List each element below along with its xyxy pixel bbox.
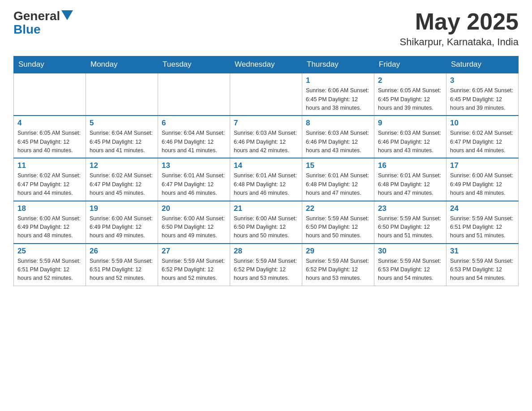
calendar-day-cell: 28Sunrise: 5:59 AM Sunset: 6:52 PM Dayli…: [230, 244, 302, 286]
day-number: 21: [234, 204, 298, 213]
calendar-day-cell: 16Sunrise: 6:01 AM Sunset: 6:48 PM Dayli…: [374, 158, 446, 201]
day-info: Sunrise: 5:59 AM Sunset: 6:50 PM Dayligh…: [378, 214, 442, 240]
calendar-col-header: Friday: [374, 56, 446, 73]
day-number: 8: [306, 119, 370, 128]
calendar-day-cell: 29Sunrise: 5:59 AM Sunset: 6:52 PM Dayli…: [302, 244, 374, 286]
calendar-day-cell: 22Sunrise: 5:59 AM Sunset: 6:50 PM Dayli…: [302, 201, 374, 244]
day-info: Sunrise: 5:59 AM Sunset: 6:51 PM Dayligh…: [450, 214, 515, 240]
day-number: 10: [450, 119, 515, 128]
day-info: Sunrise: 6:06 AM Sunset: 6:45 PM Dayligh…: [306, 86, 370, 112]
calendar-col-header: Wednesday: [230, 56, 302, 73]
day-number: 5: [90, 119, 154, 128]
calendar-day-cell: 2Sunrise: 6:05 AM Sunset: 6:45 PM Daylig…: [374, 73, 446, 116]
day-number: 14: [234, 161, 298, 170]
day-info: Sunrise: 5:59 AM Sunset: 6:51 PM Dayligh…: [90, 257, 154, 283]
day-info: Sunrise: 6:02 AM Sunset: 6:47 PM Dayligh…: [90, 171, 154, 197]
day-info: Sunrise: 5:59 AM Sunset: 6:52 PM Dayligh…: [162, 257, 226, 283]
day-info: Sunrise: 6:00 AM Sunset: 6:50 PM Dayligh…: [162, 214, 226, 240]
calendar-day-cell: 23Sunrise: 5:59 AM Sunset: 6:50 PM Dayli…: [374, 201, 446, 244]
calendar-day-cell: 7Sunrise: 6:03 AM Sunset: 6:46 PM Daylig…: [230, 116, 302, 158]
day-info: Sunrise: 6:02 AM Sunset: 6:47 PM Dayligh…: [17, 171, 82, 197]
calendar-day-cell: 4Sunrise: 6:05 AM Sunset: 6:45 PM Daylig…: [14, 116, 86, 158]
day-info: Sunrise: 6:01 AM Sunset: 6:48 PM Dayligh…: [234, 171, 298, 197]
calendar-day-cell: 21Sunrise: 6:00 AM Sunset: 6:50 PM Dayli…: [230, 201, 302, 244]
day-number: 18: [17, 204, 82, 213]
day-number: 19: [90, 204, 154, 213]
day-info: Sunrise: 6:05 AM Sunset: 6:45 PM Dayligh…: [378, 86, 442, 112]
calendar-week-row: 11Sunrise: 6:02 AM Sunset: 6:47 PM Dayli…: [14, 158, 519, 201]
day-number: 6: [162, 119, 226, 128]
logo-triangle-icon: [61, 10, 73, 20]
day-number: 4: [17, 119, 82, 128]
calendar-day-cell: 31Sunrise: 5:59 AM Sunset: 6:53 PM Dayli…: [446, 244, 519, 286]
day-number: 16: [378, 161, 442, 170]
day-info: Sunrise: 6:04 AM Sunset: 6:46 PM Dayligh…: [162, 129, 226, 155]
calendar-day-cell: [230, 73, 302, 116]
calendar-day-cell: 8Sunrise: 6:03 AM Sunset: 6:46 PM Daylig…: [302, 116, 374, 158]
calendar-week-row: 18Sunrise: 6:00 AM Sunset: 6:49 PM Dayli…: [14, 201, 519, 244]
calendar-day-cell: 5Sunrise: 6:04 AM Sunset: 6:45 PM Daylig…: [86, 116, 158, 158]
calendar-day-cell: 6Sunrise: 6:04 AM Sunset: 6:46 PM Daylig…: [158, 116, 230, 158]
day-number: 13: [162, 161, 226, 170]
day-number: 9: [378, 119, 442, 128]
calendar-header-row: SundayMondayTuesdayWednesdayThursdayFrid…: [14, 56, 519, 73]
day-number: 29: [306, 247, 370, 256]
day-info: Sunrise: 6:01 AM Sunset: 6:47 PM Dayligh…: [162, 171, 226, 197]
calendar-week-row: 1Sunrise: 6:06 AM Sunset: 6:45 PM Daylig…: [14, 73, 519, 116]
day-number: 31: [450, 247, 515, 256]
day-number: 28: [234, 247, 298, 256]
day-number: 1: [306, 76, 370, 85]
day-info: Sunrise: 6:00 AM Sunset: 6:49 PM Dayligh…: [90, 214, 154, 240]
calendar-day-cell: 10Sunrise: 6:02 AM Sunset: 6:47 PM Dayli…: [446, 116, 519, 158]
day-number: 2: [378, 76, 442, 85]
day-number: 25: [17, 247, 82, 256]
day-number: 27: [162, 247, 226, 256]
day-number: 26: [90, 247, 154, 256]
calendar-day-cell: 14Sunrise: 6:01 AM Sunset: 6:48 PM Dayli…: [230, 158, 302, 201]
day-info: Sunrise: 6:00 AM Sunset: 6:50 PM Dayligh…: [234, 214, 298, 240]
day-number: 24: [450, 204, 515, 213]
calendar-day-cell: 17Sunrise: 6:00 AM Sunset: 6:49 PM Dayli…: [446, 158, 519, 201]
calendar-day-cell: 19Sunrise: 6:00 AM Sunset: 6:49 PM Dayli…: [86, 201, 158, 244]
calendar-day-cell: [86, 73, 158, 116]
day-info: Sunrise: 6:00 AM Sunset: 6:49 PM Dayligh…: [450, 171, 515, 197]
day-info: Sunrise: 6:03 AM Sunset: 6:46 PM Dayligh…: [378, 129, 442, 155]
calendar-day-cell: 27Sunrise: 5:59 AM Sunset: 6:52 PM Dayli…: [158, 244, 230, 286]
day-info: Sunrise: 6:05 AM Sunset: 6:45 PM Dayligh…: [17, 129, 82, 155]
calendar-col-header: Thursday: [302, 56, 374, 73]
day-number: 22: [306, 204, 370, 213]
day-number: 3: [450, 76, 515, 85]
calendar-day-cell: 18Sunrise: 6:00 AM Sunset: 6:49 PM Dayli…: [14, 201, 86, 244]
day-info: Sunrise: 5:59 AM Sunset: 6:50 PM Dayligh…: [306, 214, 370, 240]
calendar-week-row: 4Sunrise: 6:05 AM Sunset: 6:45 PM Daylig…: [14, 116, 519, 158]
logo-general-text: General: [13, 9, 60, 23]
calendar-col-header: Sunday: [14, 56, 86, 73]
calendar-day-cell: [158, 73, 230, 116]
day-info: Sunrise: 6:03 AM Sunset: 6:46 PM Dayligh…: [306, 129, 370, 155]
day-number: 17: [450, 161, 515, 170]
calendar-day-cell: 24Sunrise: 5:59 AM Sunset: 6:51 PM Dayli…: [446, 201, 519, 244]
day-info: Sunrise: 6:00 AM Sunset: 6:49 PM Dayligh…: [17, 214, 82, 240]
day-info: Sunrise: 5:59 AM Sunset: 6:51 PM Dayligh…: [17, 257, 82, 283]
calendar-day-cell: 20Sunrise: 6:00 AM Sunset: 6:50 PM Dayli…: [158, 201, 230, 244]
calendar-col-header: Saturday: [446, 56, 519, 73]
day-info: Sunrise: 6:03 AM Sunset: 6:46 PM Dayligh…: [234, 129, 298, 155]
day-info: Sunrise: 5:59 AM Sunset: 6:52 PM Dayligh…: [234, 257, 298, 283]
calendar-day-cell: [14, 73, 86, 116]
calendar-day-cell: 12Sunrise: 6:02 AM Sunset: 6:47 PM Dayli…: [86, 158, 158, 201]
calendar-day-cell: 9Sunrise: 6:03 AM Sunset: 6:46 PM Daylig…: [374, 116, 446, 158]
calendar-day-cell: 1Sunrise: 6:06 AM Sunset: 6:45 PM Daylig…: [302, 73, 374, 116]
calendar-day-cell: 26Sunrise: 5:59 AM Sunset: 6:51 PM Dayli…: [86, 244, 158, 286]
day-info: Sunrise: 6:05 AM Sunset: 6:45 PM Dayligh…: [450, 86, 515, 112]
day-info: Sunrise: 5:59 AM Sunset: 6:53 PM Dayligh…: [450, 257, 515, 283]
calendar-day-cell: 25Sunrise: 5:59 AM Sunset: 6:51 PM Dayli…: [14, 244, 86, 286]
title-block: May 2025 Shikarpur, Karnataka, India: [400, 9, 519, 48]
calendar-day-cell: 30Sunrise: 5:59 AM Sunset: 6:53 PM Dayli…: [374, 244, 446, 286]
logo-blue-text: Blue: [13, 23, 41, 36]
calendar-day-cell: 13Sunrise: 6:01 AM Sunset: 6:47 PM Dayli…: [158, 158, 230, 201]
calendar-day-cell: 11Sunrise: 6:02 AM Sunset: 6:47 PM Dayli…: [14, 158, 86, 201]
day-number: 11: [17, 161, 82, 170]
day-number: 12: [90, 161, 154, 170]
day-info: Sunrise: 5:59 AM Sunset: 6:52 PM Dayligh…: [306, 257, 370, 283]
day-number: 23: [378, 204, 442, 213]
